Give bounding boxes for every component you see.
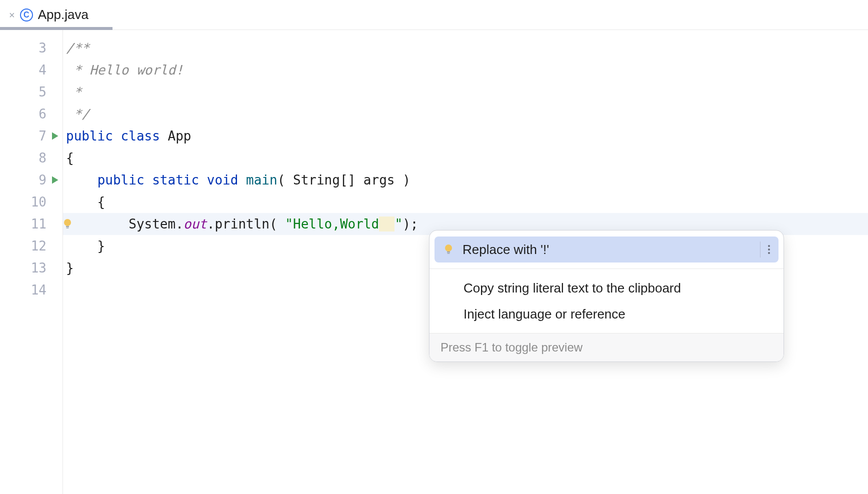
code-line[interactable]: public class App xyxy=(63,125,868,147)
intention-item-label: Copy string literal text to the clipboar… xyxy=(464,280,770,296)
svg-rect-4 xyxy=(447,252,450,252)
code-line[interactable]: */ xyxy=(63,103,868,125)
line-number: 3 xyxy=(38,40,46,56)
gutter-row[interactable]: 8 xyxy=(0,147,62,169)
line-number: 9 xyxy=(38,172,46,188)
intention-item-label: Inject language or reference xyxy=(464,306,770,322)
line-number: 10 xyxy=(31,194,46,210)
code-line[interactable]: /** xyxy=(63,37,868,59)
intention-inject-item[interactable]: Inject language or reference xyxy=(434,301,778,327)
code-line[interactable]: { xyxy=(63,147,868,169)
svg-point-7 xyxy=(768,248,770,250)
svg-point-6 xyxy=(768,245,770,247)
gutter-row[interactable]: 6 xyxy=(0,103,62,125)
code-area[interactable]: /** * Hello world! * */ public class App… xyxy=(63,30,868,494)
code-line[interactable]: * xyxy=(63,81,868,103)
editor-tab[interactable]: × C App.java xyxy=(0,0,98,30)
svg-rect-5 xyxy=(448,253,450,254)
gutter-row[interactable]: 7 xyxy=(0,125,62,147)
svg-rect-2 xyxy=(66,228,69,228)
gutter-row[interactable]: 14 xyxy=(0,279,62,301)
gutter-row[interactable]: 10 xyxy=(0,191,62,213)
code-line[interactable]: { xyxy=(63,191,868,213)
gutter-row[interactable]: 9 xyxy=(0,169,62,191)
gutter-row[interactable]: 5 xyxy=(0,81,62,103)
line-number: 5 xyxy=(38,84,46,100)
tab-filename: App.java xyxy=(38,7,88,22)
intention-item-label: Replace with '!' xyxy=(462,242,752,258)
svg-rect-1 xyxy=(66,226,69,227)
intention-bulb-icon[interactable] xyxy=(62,218,74,230)
code-line[interactable]: * Hello world! xyxy=(63,59,868,81)
intention-popup: Replace with '!' Copy string literal tex… xyxy=(429,230,784,362)
svg-point-0 xyxy=(64,219,71,226)
gutter-row[interactable]: 3 xyxy=(0,37,62,59)
typo-highlight xyxy=(379,216,394,232)
line-number: 8 xyxy=(38,150,46,166)
tab-bar: × C App.java xyxy=(0,0,868,30)
close-icon[interactable]: × xyxy=(9,10,15,20)
code-line[interactable]: public static void main( String[] args ) xyxy=(63,169,868,191)
gutter-row[interactable]: 11 xyxy=(0,213,62,235)
gutter-row[interactable]: 13 xyxy=(0,257,62,279)
line-number: 13 xyxy=(31,260,46,276)
popup-footer-hint: Press F1 to toggle preview xyxy=(430,333,784,362)
bulb-icon xyxy=(442,244,454,256)
run-icon[interactable] xyxy=(50,175,60,185)
more-options-icon[interactable] xyxy=(760,242,770,258)
line-number: 14 xyxy=(31,282,46,298)
popup-section: Replace with '!' xyxy=(430,230,784,268)
gutter-row[interactable]: 12 xyxy=(0,235,62,257)
line-number: 12 xyxy=(31,238,46,254)
line-number: 4 xyxy=(38,62,46,78)
svg-point-3 xyxy=(445,244,452,252)
run-icon[interactable] xyxy=(50,131,60,141)
java-class-icon: C xyxy=(20,8,33,22)
editor-area: 3 4 5 6 7 8 9 10 11 12 13 14 /** * Hello… xyxy=(0,30,868,494)
line-number: 6 xyxy=(38,106,46,122)
svg-point-8 xyxy=(768,252,770,254)
gutter: 3 4 5 6 7 8 9 10 11 12 13 14 xyxy=(0,30,63,494)
intention-copy-item[interactable]: Copy string literal text to the clipboar… xyxy=(434,275,778,301)
gutter-row[interactable]: 4 xyxy=(0,59,62,81)
intention-replace-item[interactable]: Replace with '!' xyxy=(434,236,778,262)
line-number: 7 xyxy=(38,128,46,144)
line-number: 11 xyxy=(31,216,46,232)
popup-section: Copy string literal text to the clipboar… xyxy=(430,269,784,333)
